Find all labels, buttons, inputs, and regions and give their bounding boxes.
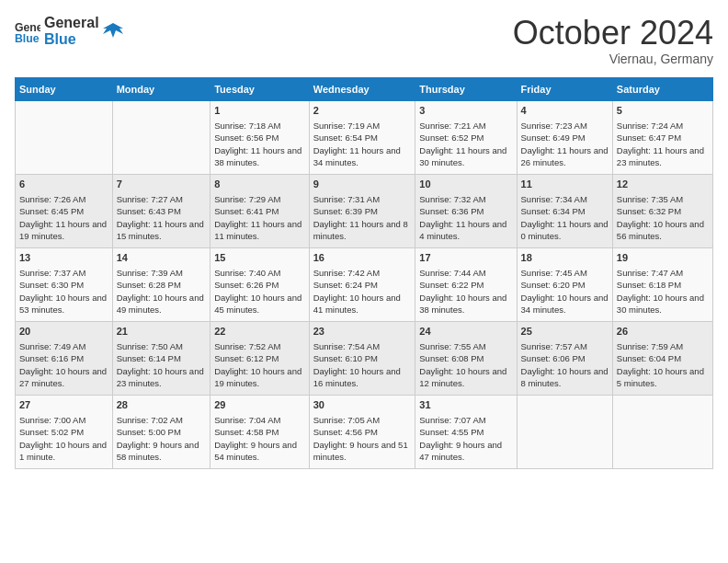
day-number: 14 [117,251,207,265]
day-number: 17 [419,251,512,265]
calendar-cell: 11Sunrise: 7:34 AM Sunset: 6:34 PM Dayli… [517,174,612,247]
day-number: 15 [214,251,305,265]
day-number: 9 [313,178,412,191]
day-number: 8 [214,178,305,191]
day-info: Sunrise: 7:44 AM Sunset: 6:22 PM Dayligh… [419,267,512,316]
day-info: Sunrise: 7:19 AM Sunset: 6:54 PM Dayligh… [313,120,412,168]
calendar-cell [612,395,712,468]
calendar-cell: 13Sunrise: 7:37 AM Sunset: 6:30 PM Dayli… [16,247,113,321]
day-number: 6 [19,178,108,191]
day-number: 3 [419,104,512,118]
month-title: October 2024 [513,15,713,52]
day-number: 1 [214,104,305,118]
day-number: 10 [419,178,512,191]
day-info: Sunrise: 7:31 AM Sunset: 6:39 PM Dayligh… [313,193,412,242]
logo-general: General [44,15,99,31]
day-info: Sunrise: 7:50 AM Sunset: 6:14 PM Dayligh… [117,340,207,389]
calendar-cell: 30Sunrise: 7:05 AM Sunset: 4:56 PM Dayli… [309,395,415,468]
day-number: 19 [617,251,709,265]
day-info: Sunrise: 7:37 AM Sunset: 6:30 PM Dayligh… [19,267,108,316]
day-number: 27 [19,398,108,412]
calendar-row-0: 1Sunrise: 7:18 AM Sunset: 6:56 PM Daylig… [16,100,713,174]
day-number: 24 [419,325,512,339]
calendar-cell: 25Sunrise: 7:57 AM Sunset: 6:06 PM Dayli… [517,321,612,395]
day-number: 31 [419,398,512,412]
calendar-cell: 23Sunrise: 7:54 AM Sunset: 6:10 PM Dayli… [309,321,415,395]
day-info: Sunrise: 7:27 AM Sunset: 6:43 PM Dayligh… [117,193,207,242]
day-info: Sunrise: 7:07 AM Sunset: 4:55 PM Dayligh… [419,414,512,463]
calendar-cell: 5Sunrise: 7:24 AM Sunset: 6:47 PM Daylig… [612,100,712,174]
day-number: 7 [117,178,207,191]
day-info: Sunrise: 7:47 AM Sunset: 6:18 PM Dayligh… [617,267,709,316]
day-number: 4 [521,104,609,118]
day-info: Sunrise: 7:42 AM Sunset: 6:24 PM Dayligh… [313,267,412,316]
day-info: Sunrise: 7:54 AM Sunset: 6:10 PM Dayligh… [313,340,412,389]
header-saturday: Saturday [612,77,712,100]
calendar-cell: 10Sunrise: 7:32 AM Sunset: 6:36 PM Dayli… [415,174,517,247]
day-info: Sunrise: 7:57 AM Sunset: 6:06 PM Dayligh… [521,340,609,389]
day-info: Sunrise: 7:40 AM Sunset: 6:26 PM Dayligh… [214,267,305,316]
day-number: 2 [313,104,412,118]
day-number: 18 [521,251,609,265]
day-info: Sunrise: 7:26 AM Sunset: 6:45 PM Dayligh… [19,193,108,242]
day-info: Sunrise: 7:05 AM Sunset: 4:56 PM Dayligh… [313,414,412,463]
calendar-cell: 1Sunrise: 7:18 AM Sunset: 6:56 PM Daylig… [210,100,310,174]
day-number: 5 [617,104,709,118]
day-info: Sunrise: 7:34 AM Sunset: 6:34 PM Dayligh… [521,193,609,242]
calendar-cell: 14Sunrise: 7:39 AM Sunset: 6:28 PM Dayli… [112,247,210,321]
header-sunday: Sunday [16,77,113,100]
day-number: 20 [19,325,108,339]
header-friday: Friday [517,77,612,100]
page-header: General Blue General Blue October 2024 V… [15,15,713,66]
location: Viernau, Germany [513,52,713,66]
day-info: Sunrise: 7:32 AM Sunset: 6:36 PM Dayligh… [419,193,512,242]
day-info: Sunrise: 7:00 AM Sunset: 5:02 PM Dayligh… [19,414,108,463]
calendar-row-1: 6Sunrise: 7:26 AM Sunset: 6:45 PM Daylig… [16,174,713,247]
svg-text:Blue: Blue [15,32,40,44]
calendar-cell: 21Sunrise: 7:50 AM Sunset: 6:14 PM Dayli… [112,321,210,395]
calendar-cell: 9Sunrise: 7:31 AM Sunset: 6:39 PM Daylig… [309,174,415,247]
calendar-cell: 26Sunrise: 7:59 AM Sunset: 6:04 PM Dayli… [612,321,712,395]
day-info: Sunrise: 7:02 AM Sunset: 5:00 PM Dayligh… [117,414,207,463]
calendar-cell: 19Sunrise: 7:47 AM Sunset: 6:18 PM Dayli… [612,247,712,321]
calendar-body: 1Sunrise: 7:18 AM Sunset: 6:56 PM Daylig… [16,100,713,468]
calendar-cell: 8Sunrise: 7:29 AM Sunset: 6:41 PM Daylig… [210,174,310,247]
day-info: Sunrise: 7:49 AM Sunset: 6:16 PM Dayligh… [19,340,108,389]
day-number: 21 [117,325,207,339]
calendar-cell: 4Sunrise: 7:23 AM Sunset: 6:49 PM Daylig… [517,100,612,174]
day-number: 29 [214,398,305,412]
day-number: 11 [521,178,609,191]
calendar-cell: 6Sunrise: 7:26 AM Sunset: 6:45 PM Daylig… [16,174,113,247]
logo-bird-icon [103,21,123,41]
day-info: Sunrise: 7:55 AM Sunset: 6:08 PM Dayligh… [419,340,512,389]
calendar-cell [16,100,113,174]
day-info: Sunrise: 7:52 AM Sunset: 6:12 PM Dayligh… [214,340,305,389]
calendar-cell: 17Sunrise: 7:44 AM Sunset: 6:22 PM Dayli… [415,247,517,321]
calendar-cell: 27Sunrise: 7:00 AM Sunset: 5:02 PM Dayli… [16,395,113,468]
calendar-cell [517,395,612,468]
calendar-cell: 31Sunrise: 7:07 AM Sunset: 4:55 PM Dayli… [415,395,517,468]
calendar-cell: 29Sunrise: 7:04 AM Sunset: 4:58 PM Dayli… [210,395,310,468]
day-number: 26 [617,325,709,339]
calendar-cell: 20Sunrise: 7:49 AM Sunset: 6:16 PM Dayli… [16,321,113,395]
calendar-cell: 22Sunrise: 7:52 AM Sunset: 6:12 PM Dayli… [210,321,310,395]
calendar-cell: 15Sunrise: 7:40 AM Sunset: 6:26 PM Dayli… [210,247,310,321]
calendar-cell: 28Sunrise: 7:02 AM Sunset: 5:00 PM Dayli… [112,395,210,468]
day-info: Sunrise: 7:29 AM Sunset: 6:41 PM Dayligh… [214,193,305,242]
day-number: 16 [313,251,412,265]
calendar-cell: 16Sunrise: 7:42 AM Sunset: 6:24 PM Dayli… [309,247,415,321]
calendar-cell: 2Sunrise: 7:19 AM Sunset: 6:54 PM Daylig… [309,100,415,174]
calendar-cell: 7Sunrise: 7:27 AM Sunset: 6:43 PM Daylig… [112,174,210,247]
day-info: Sunrise: 7:21 AM Sunset: 6:52 PM Dayligh… [419,120,512,168]
day-number: 28 [117,398,207,412]
day-info: Sunrise: 7:45 AM Sunset: 6:20 PM Dayligh… [521,267,609,316]
day-number: 12 [617,178,709,191]
calendar-header-row: SundayMondayTuesdayWednesdayThursdayFrid… [16,77,713,100]
day-number: 30 [313,398,412,412]
logo-icon: General Blue [15,18,40,44]
calendar-table: SundayMondayTuesdayWednesdayThursdayFrid… [15,77,713,469]
day-info: Sunrise: 7:39 AM Sunset: 6:28 PM Dayligh… [117,267,207,316]
day-info: Sunrise: 7:59 AM Sunset: 6:04 PM Dayligh… [617,340,709,389]
day-info: Sunrise: 7:35 AM Sunset: 6:32 PM Dayligh… [617,193,709,242]
day-info: Sunrise: 7:04 AM Sunset: 4:58 PM Dayligh… [214,414,305,463]
